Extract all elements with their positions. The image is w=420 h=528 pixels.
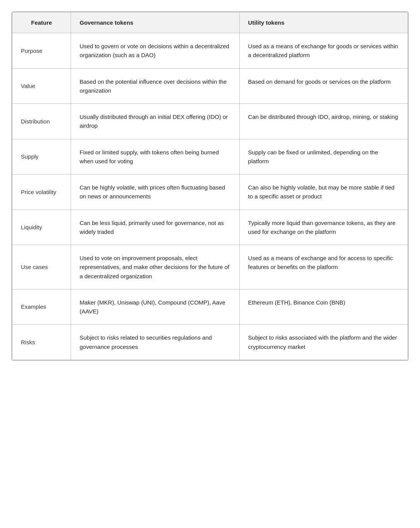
cell-governance: Can be highly volatile, with prices ofte… <box>71 174 239 210</box>
cell-utility: Based on demand for goods or services on… <box>239 68 408 104</box>
cell-feature: Distribution <box>12 104 71 139</box>
table-row: Use casesUsed to vote on improvement pro… <box>12 245 408 289</box>
cell-utility: Ethereum (ETH), Binance Coin (BNB) <box>239 289 408 325</box>
table-row: PurposeUsed to govern or vote on decisio… <box>12 33 408 69</box>
cell-utility: Used as a means of exchange for goods or… <box>239 33 408 69</box>
cell-feature: Risks <box>12 325 71 360</box>
header-feature: Feature <box>12 12 71 33</box>
cell-feature: Examples <box>12 289 71 325</box>
table-row: Price volatilityCan be highly volatile, … <box>12 174 408 210</box>
table-row: ExamplesMaker (MKR), Uniswap (UNI), Comp… <box>12 289 408 325</box>
cell-governance: Subject to risks related to securities r… <box>71 325 239 360</box>
cell-utility: Can be distributed through IDO, airdrop,… <box>239 104 408 139</box>
cell-governance: Based on the potential influence over de… <box>71 68 239 104</box>
cell-governance: Used to vote on improvement proposals, e… <box>71 245 239 289</box>
cell-governance: Maker (MKR), Uniswap (UNI), Compound (CO… <box>71 289 239 325</box>
cell-feature: Liquidity <box>12 210 71 245</box>
cell-feature: Value <box>12 68 71 104</box>
header-governance: Governance tokens <box>71 12 239 33</box>
cell-feature: Use cases <box>12 245 71 289</box>
comparison-table: Feature Governance tokens Utility tokens… <box>12 12 408 360</box>
table-row: DistributionUsually distributed through … <box>12 104 408 139</box>
table-row: ValueBased on the potential influence ov… <box>12 68 408 104</box>
cell-utility: Supply can be fixed or unlimited, depend… <box>239 139 408 174</box>
cell-feature: Supply <box>12 139 71 174</box>
cell-governance: Can be less liquid, primarily used for g… <box>71 210 239 245</box>
table-row: LiquidityCan be less liquid, primarily u… <box>12 210 408 245</box>
cell-feature: Purpose <box>12 33 71 69</box>
cell-utility: Used as a means of exchange and for acce… <box>239 245 408 289</box>
cell-governance: Fixed or limited supply, with tokens oft… <box>71 139 239 174</box>
cell-utility: Can also be highly volatile, but may be … <box>239 174 408 210</box>
table-header-row: Feature Governance tokens Utility tokens <box>12 12 408 33</box>
header-utility: Utility tokens <box>239 12 408 33</box>
cell-utility: Typically more liquid than governance to… <box>239 210 408 245</box>
table-row: SupplyFixed or limited supply, with toke… <box>12 139 408 174</box>
table-row: RisksSubject to risks related to securit… <box>12 325 408 360</box>
cell-governance: Used to govern or vote on decisions with… <box>71 33 239 69</box>
cell-utility: Subject to risks associated with the pla… <box>239 325 408 360</box>
cell-feature: Price volatility <box>12 174 71 210</box>
cell-governance: Usually distributed through an initial D… <box>71 104 239 139</box>
